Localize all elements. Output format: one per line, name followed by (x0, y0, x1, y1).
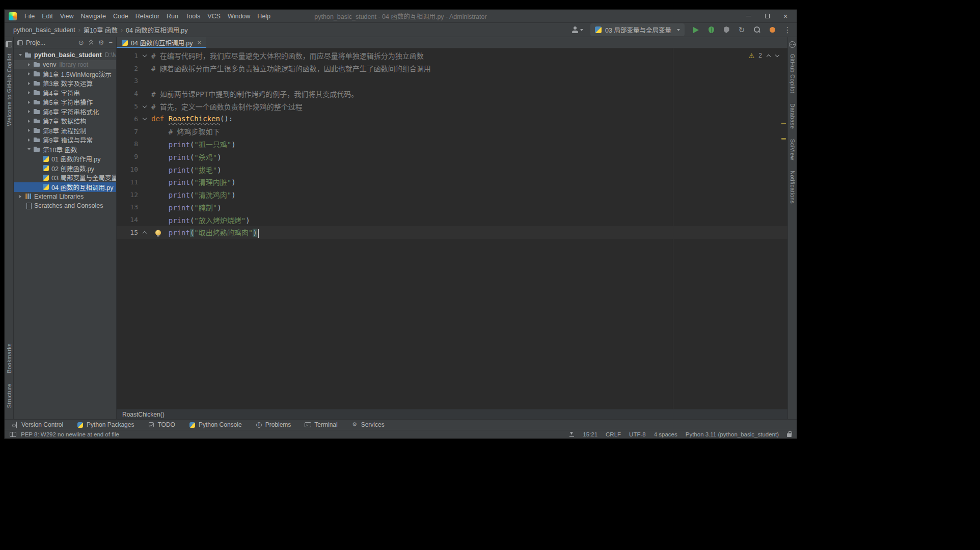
tree-item[interactable]: External Libraries (14, 192, 116, 202)
tree-item[interactable]: 第9章 错误与异常 (14, 135, 116, 145)
toolwindow-stripe-welcome-to-github-copilot[interactable]: Welcome to GitHub Copilot (6, 53, 12, 126)
chevron-right-icon[interactable] (17, 195, 23, 198)
collapse-all-icon[interactable] (89, 40, 94, 45)
chevron-right-icon[interactable] (25, 139, 32, 142)
tree-item[interactable]: 第3章 数字及运算 (14, 79, 116, 89)
fold-end-icon[interactable] (138, 232, 151, 234)
fold-down-icon[interactable] (138, 105, 151, 107)
chevron-right-icon[interactable] (25, 72, 32, 75)
chevron-right-icon[interactable] (25, 63, 32, 66)
fold-down-icon[interactable] (138, 54, 151, 57)
code-line[interactable]: 1# 在编写代码时，我们应尽量避免大体积的函数，而应尽量将单独逻辑拆分为独立函数 (117, 49, 787, 62)
scrollbar-warning-mark[interactable] (781, 123, 786, 124)
code-line[interactable]: 6def RoastChicken(): (117, 113, 787, 125)
maximize-button[interactable] (758, 11, 776, 22)
line-number[interactable]: 11 (117, 178, 138, 186)
tree-item[interactable]: 第10章 函数 (14, 145, 116, 154)
code-line[interactable]: 13 print("腌制") (117, 201, 787, 214)
code-line[interactable]: 12 print("清洗鸡肉") (117, 188, 787, 201)
line-number[interactable]: 12 (117, 191, 138, 199)
scrollbar-warning-mark[interactable] (781, 138, 786, 140)
menu-item-view[interactable]: View (57, 11, 77, 21)
rerun-button[interactable]: ↻ (738, 25, 746, 35)
debug-button[interactable] (707, 25, 715, 35)
line-number[interactable]: 9 (117, 153, 138, 160)
menu-item-edit[interactable]: Edit (38, 11, 57, 21)
tree-item[interactable]: 第6章 字符串格式化 (14, 107, 116, 117)
next-problem-icon[interactable] (775, 53, 779, 58)
menu-item-help[interactable]: Help (254, 11, 274, 21)
search-everywhere-button[interactable] (753, 25, 761, 35)
line-separator[interactable]: CRLF (606, 431, 621, 437)
inspections-widget[interactable]: ⚠ 2 (749, 52, 779, 59)
tree-item[interactable]: 第1章 1.5WinMerge演示 (14, 69, 116, 79)
editor-body[interactable]: 1# 在编写代码时，我们应尽量避免大体积的函数，而应尽量将单独逻辑拆分为独立函数… (117, 48, 787, 409)
run-button[interactable] (692, 25, 700, 35)
toolwindow-switcher-icon[interactable] (10, 432, 16, 437)
close-button[interactable]: × (776, 11, 795, 22)
chevron-right-icon[interactable] (25, 129, 32, 132)
chevron-right-icon[interactable] (25, 110, 32, 113)
tree-item[interactable]: 03 局部变量与全局变量.py (14, 173, 116, 183)
more-options-button[interactable]: ⋮ (783, 25, 792, 35)
line-number[interactable]: 15 (117, 229, 138, 236)
toolwindow-button-terminal[interactable]: Terminal (305, 421, 337, 428)
indent-style[interactable]: 4 spaces (654, 431, 677, 437)
chevron-down-icon[interactable] (25, 148, 32, 150)
breadcrumb-item[interactable]: python_basic_student (12, 25, 77, 35)
toolwindow-button-version-control[interactable]: Version Control (12, 421, 63, 428)
code-line[interactable]: 15 print("取出烤熟的鸡肉") (117, 226, 787, 239)
minimize-button[interactable] (740, 11, 758, 22)
caret-position[interactable]: 15:21 (583, 431, 597, 437)
editor-tab[interactable]: 04 函数的互相调用.py × (117, 37, 206, 48)
line-number[interactable]: 4 (117, 90, 138, 97)
line-number[interactable]: 7 (117, 128, 138, 135)
line-number[interactable]: 8 (117, 140, 138, 148)
breadcrumb-item[interactable]: 04 函数的互相调用.py (124, 24, 189, 36)
toolwindow-stripe-bookmarks[interactable]: Bookmarks (6, 343, 12, 373)
line-number[interactable]: 2 (117, 65, 138, 72)
python-interpreter[interactable]: Python 3.11 (python_basic_student) (686, 431, 779, 437)
menu-item-tools[interactable]: Tools (182, 11, 204, 21)
tree-item[interactable]: 第4章 字符串 (14, 88, 116, 98)
menu-item-file[interactable]: File (21, 11, 38, 21)
download-icon[interactable] (568, 431, 575, 437)
menu-item-code[interactable]: Code (110, 11, 132, 21)
menu-item-window[interactable]: Window (224, 11, 254, 21)
project-stripe-button[interactable] (6, 41, 12, 47)
tree-item[interactable]: 02 创建函数.py (14, 163, 116, 173)
code-line[interactable]: 2# 随着函数拆分而产生很多负责独立功能逻辑的函数，因此也就产生了函数间的组合调… (117, 62, 787, 75)
toolwindow-stripe-notifications[interactable]: Notifications (790, 171, 796, 204)
toolwindow-stripe-sciview[interactable]: SciView (790, 139, 796, 160)
menu-item-navigate[interactable]: Navigate (77, 11, 110, 21)
toolwindow-button-todo[interactable]: TODO (148, 421, 175, 428)
code-line[interactable]: 4# 如前两节课PPT中提到的制作烤鸡的例子，我们将其变成代码。 (117, 87, 787, 100)
toolwindow-button-python-console[interactable]: Python Console (189, 421, 242, 428)
code-line[interactable]: 7 # 烤鸡步骤如下 (117, 125, 787, 138)
chevron-right-icon[interactable] (25, 91, 32, 94)
menu-item-vcs[interactable]: VCS (204, 11, 224, 21)
tree-item[interactable]: 第5章 字符串操作 (14, 98, 116, 107)
toolwindow-button-problems[interactable]: Problems (256, 421, 291, 428)
intention-bulb-icon[interactable] (155, 230, 161, 235)
run-config-selector[interactable]: 03 局部变量与全局变量 (590, 23, 685, 36)
menu-item-refactor[interactable]: Refactor (132, 11, 163, 21)
chevron-right-icon[interactable] (25, 101, 32, 104)
tree-item[interactable]: 01 函数的作用.py (14, 154, 116, 164)
code-line[interactable]: 8 print("抓一只鸡") (117, 138, 787, 151)
chevron-right-icon[interactable] (25, 82, 32, 85)
toolwindow-stripe-structure[interactable]: Structure (6, 383, 12, 408)
prev-problem-icon[interactable] (766, 53, 771, 58)
file-encoding[interactable]: UTF-8 (629, 431, 646, 437)
copilot-stripe-icon[interactable] (789, 41, 796, 48)
tree-item[interactable]: 第8章 流程控制 (14, 126, 116, 135)
line-number[interactable]: 6 (117, 115, 138, 123)
toolwindow-stripe-database[interactable]: Database (790, 103, 796, 129)
breadcrumb-item[interactable]: 第10章 函数 (82, 24, 119, 36)
tree-item[interactable]: Scratches and Consoles (14, 201, 116, 211)
profile-icon[interactable] (571, 25, 583, 35)
tree-item[interactable]: python_basic_studentD:\My... (14, 50, 116, 60)
tree-item[interactable]: 04 函数的互相调用.py (14, 182, 116, 192)
fold-down-icon[interactable] (138, 118, 151, 120)
run-with-coverage-button[interactable] (722, 25, 730, 35)
